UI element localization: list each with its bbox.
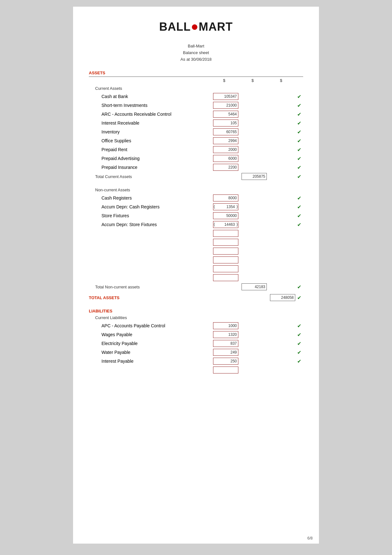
page-container: BALL●MART Ball-Mart Balance sheet As at … — [73, 6, 319, 544]
check-icon: ✔ — [295, 138, 303, 144]
check-icon: ✔ — [295, 174, 303, 180]
store-fixtures-input[interactable] — [213, 212, 238, 219]
table-row: Inventory ✔ — [101, 127, 303, 136]
item-label: ARC - Accounts Receivable Control — [101, 112, 213, 117]
item-label: Wages Payable — [101, 332, 213, 337]
check-icon: ✔ — [295, 323, 303, 329]
table-row: Cash at Bank ✔ — [101, 92, 303, 101]
table-row: Accum Depn: Cash Registers ( ) ✔ — [101, 202, 303, 211]
interest-receivable-input[interactable] — [213, 120, 238, 126]
empty-input[interactable] — [213, 256, 238, 263]
item-label: Electricity Payable — [101, 341, 213, 346]
liabilities-section-header: LIABILITIES — [89, 309, 303, 313]
office-supplies-input[interactable] — [213, 137, 238, 144]
logo-text-before: BALL — [159, 20, 191, 33]
item-label: Prepaid Insurance — [101, 165, 213, 170]
accum-depn-cash-registers-input[interactable] — [213, 203, 238, 210]
check-icon: ✔ — [295, 156, 303, 162]
table-row: Interest Receivable ✔ — [101, 119, 303, 127]
assets-section-header: ASSETS — [89, 71, 303, 75]
item-label: Accum Depn: Store Fixtures — [101, 222, 213, 227]
current-liabilities-header: Current Liabilities — [95, 315, 303, 320]
check-icon: ✔ — [295, 129, 303, 135]
electricity-payable-input[interactable] — [213, 340, 238, 347]
table-row: ARC - Accounts Receivable Control ✔ — [101, 110, 303, 119]
table-row — [101, 264, 303, 273]
check-icon: ✔ — [295, 358, 303, 364]
item-label: Office Supplies — [101, 138, 213, 143]
total-non-current-assets-row: Total Non-current assets ✔ — [95, 282, 303, 292]
table-row: Cash Registers ✔ — [101, 194, 303, 202]
interest-payable-input[interactable] — [213, 358, 238, 365]
check-icon: ✔ — [295, 213, 303, 219]
check-icon: ✔ — [295, 94, 303, 100]
col2-header: $ — [238, 78, 267, 83]
inventory-input[interactable] — [213, 128, 238, 135]
check-icon: ✔ — [295, 120, 303, 126]
table-row: Water Payable ✔ — [101, 348, 303, 357]
table-row — [101, 247, 303, 256]
empty-input[interactable] — [213, 230, 238, 237]
table-row — [101, 238, 303, 247]
item-label: Interest Payable — [101, 359, 213, 364]
item-label: Prepaid Advertising — [101, 156, 213, 161]
table-row: Electricity Payable ✔ — [101, 339, 303, 348]
accum-depn-store-fixtures-input[interactable] — [213, 221, 238, 228]
short-term-investments-input[interactable] — [213, 102, 238, 109]
total-non-current-input[interactable] — [242, 283, 267, 290]
empty-input[interactable] — [213, 239, 238, 246]
wages-payable-input[interactable] — [213, 331, 238, 338]
item-label: Cash at Bank — [101, 94, 213, 99]
table-row — [101, 273, 303, 282]
report-header: Ball-Mart Balance sheet As at 30/06/2018 — [89, 43, 303, 63]
empty-input[interactable] — [213, 274, 238, 281]
check-icon: ✔ — [295, 332, 303, 338]
cash-registers-input[interactable] — [213, 194, 238, 201]
empty-input[interactable] — [213, 248, 238, 255]
arc-input[interactable] — [213, 111, 238, 118]
empty-input[interactable] — [213, 367, 238, 373]
table-row: Prepaid Insurance ✔ — [101, 163, 303, 172]
item-label: Water Payable — [101, 350, 213, 355]
total-current-assets-input[interactable] — [242, 173, 267, 180]
logo: BALL●MART — [159, 20, 233, 33]
table-row — [101, 256, 303, 264]
check-icon: ✔ — [295, 164, 303, 170]
table-row: Store Fixtures ✔ — [101, 211, 303, 220]
item-label: Inventory — [101, 129, 213, 134]
prepaid-rent-input[interactable] — [213, 146, 238, 153]
report-title: Balance sheet — [89, 50, 303, 56]
col3-header: $ — [267, 78, 295, 83]
table-row: APC - Accounts Payable Control ✔ — [101, 321, 303, 330]
table-row: Short-term Investments ✔ — [101, 101, 303, 110]
item-label: Accum Depn: Cash Registers — [101, 204, 213, 209]
current-assets-header: Current Assets — [95, 86, 303, 91]
report-date: As at 30/06/2018 — [89, 56, 303, 63]
cash-at-bank-input[interactable] — [213, 93, 238, 100]
item-label: APC - Accounts Payable Control — [101, 323, 213, 328]
check-icon: ✔ — [295, 284, 303, 290]
total-non-current-label: Total Non-current assets — [95, 285, 213, 289]
total-current-assets-row: Total Current Assets ✔ — [95, 172, 303, 181]
empty-input[interactable] — [213, 265, 238, 272]
check-icon: ✔ — [295, 222, 303, 228]
prepaid-insurance-input[interactable] — [213, 164, 238, 171]
check-icon: ✔ — [295, 102, 303, 108]
check-icon: ✔ — [295, 341, 303, 347]
prepaid-advertising-input[interactable] — [213, 155, 238, 162]
total-assets-input[interactable] — [270, 294, 295, 301]
total-current-assets-label: Total Current Assets — [95, 174, 213, 179]
apc-input[interactable] — [213, 322, 238, 329]
item-label: Short-term Investments — [101, 103, 213, 108]
water-payable-input[interactable] — [213, 349, 238, 356]
logo-text-after: MART — [199, 20, 233, 33]
check-icon: ✔ — [295, 204, 303, 210]
item-label: Interest Receivable — [101, 120, 213, 126]
check-icon: ✔ — [295, 195, 303, 201]
columns-header: $ $ $ — [89, 77, 303, 84]
non-current-assets-header: Non-current Assets — [95, 188, 303, 192]
table-row: Office Supplies ✔ — [101, 136, 303, 145]
table-row — [101, 366, 303, 374]
total-assets-label: TOTAL ASSETS — [89, 295, 213, 300]
logo-area: BALL●MART — [89, 19, 303, 34]
